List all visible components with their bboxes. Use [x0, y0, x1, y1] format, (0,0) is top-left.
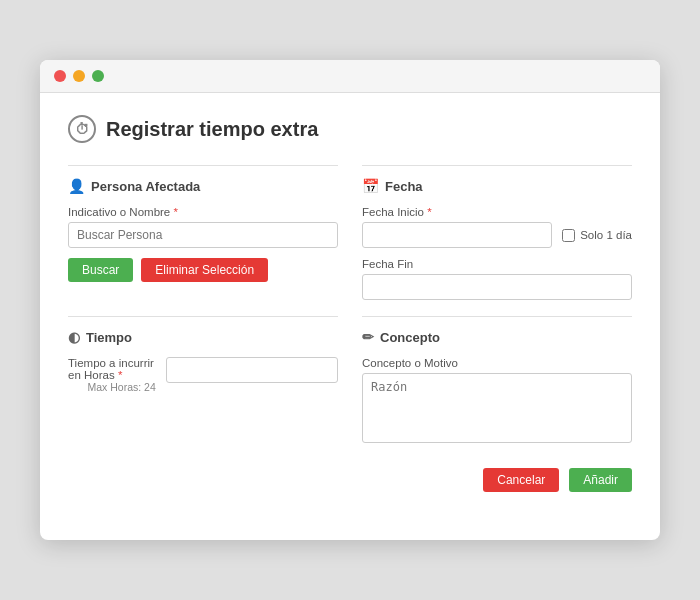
fecha-section-title: 📅 Fecha — [362, 178, 632, 194]
fecha-inicio-input[interactable]: 04/03/2018 — [362, 222, 552, 248]
fecha-inicio-label: Fecha Inicio * — [362, 206, 632, 218]
action-row: Cancelar Añadir — [68, 468, 632, 492]
tiempo-section-title: ◐ Tiempo — [68, 329, 338, 345]
concepto-motivo-input[interactable] — [362, 373, 632, 443]
form-content: ⏱ Registrar tiempo extra 👤 Persona Afect… — [40, 93, 660, 516]
btn-group-persona: Buscar Eliminar Selección — [68, 258, 338, 282]
tiempo-hours-input[interactable]: 0 — [166, 357, 338, 383]
fecha-inicio-row: 04/03/2018 Solo 1 día — [362, 222, 632, 248]
search-button[interactable]: Buscar — [68, 258, 133, 282]
dot-green[interactable] — [92, 70, 104, 82]
tiempo-section: ◐ Tiempo Tiempo a incurrir en Horas * Ma… — [68, 316, 338, 446]
solo-dia-checkbox[interactable] — [562, 229, 575, 242]
search-label: Indicativo o Nombre * — [68, 206, 338, 218]
dot-red[interactable] — [54, 70, 66, 82]
bottom-form-row: ◐ Tiempo Tiempo a incurrir en Horas * Ma… — [68, 316, 632, 446]
clear-button[interactable]: Eliminar Selección — [141, 258, 268, 282]
pencil-icon: ✏ — [362, 329, 374, 345]
search-input[interactable] — [68, 222, 338, 248]
titlebar — [40, 60, 660, 93]
persona-section-title: 👤 Persona Afectada — [68, 178, 338, 194]
cancel-button[interactable]: Cancelar — [483, 468, 559, 492]
fecha-fin-input[interactable]: 04/03/2018 — [362, 274, 632, 300]
max-horas-text: Max Horas: 24 — [87, 381, 155, 393]
fecha-section: 📅 Fecha Fecha Inicio * 04/03/2018 Solo 1… — [362, 165, 632, 300]
concepto-motivo-label: Concepto o Motivo — [362, 357, 632, 369]
tiempo-icon: ◐ — [68, 329, 80, 345]
solo-dia-wrap: Solo 1 día — [562, 229, 632, 242]
persona-section: 👤 Persona Afectada Indicativo o Nombre *… — [68, 165, 338, 300]
clock-icon: ⏱ — [68, 115, 96, 143]
person-icon: 👤 — [68, 178, 85, 194]
tiempo-row: Tiempo a incurrir en Horas * Max Horas: … — [68, 357, 338, 393]
tiempo-label-wrap: Tiempo a incurrir en Horas * Max Horas: … — [68, 357, 156, 393]
page-title-text: Registrar tiempo extra — [106, 118, 318, 141]
fecha-inicio-wrap: 04/03/2018 — [362, 222, 552, 248]
solo-dia-label: Solo 1 día — [580, 229, 632, 241]
concepto-section: ✏ Concepto Concepto o Motivo — [362, 316, 632, 446]
dot-yellow[interactable] — [73, 70, 85, 82]
fecha-fin-label: Fecha Fin — [362, 258, 632, 270]
tiempo-hours-label: Tiempo a incurrir en Horas * — [68, 357, 156, 381]
concepto-section-title: ✏ Concepto — [362, 329, 632, 345]
top-form-row: 👤 Persona Afectada Indicativo o Nombre *… — [68, 165, 632, 300]
add-button[interactable]: Añadir — [569, 468, 632, 492]
calendar-icon: 📅 — [362, 178, 379, 194]
page-title: ⏱ Registrar tiempo extra — [68, 115, 632, 143]
main-window: ⏱ Registrar tiempo extra 👤 Persona Afect… — [40, 60, 660, 540]
